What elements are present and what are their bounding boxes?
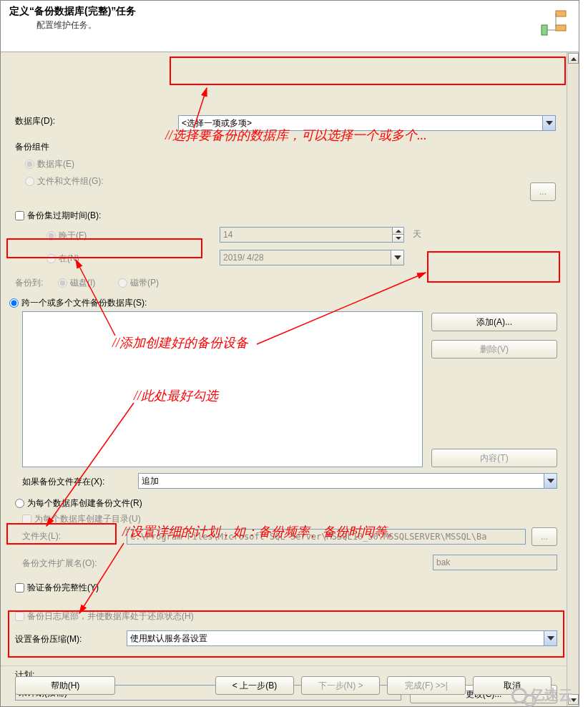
- tail-label: 备份日志尾部，并使数据库处于还原状态(H): [27, 611, 194, 621]
- watermark: 亿速云: [511, 686, 573, 705]
- add-button[interactable]: 添加(A)...: [431, 313, 557, 331]
- chevron-down-icon[interactable]: [544, 474, 557, 488]
- add-button-label: 添加(A)...: [476, 317, 512, 327]
- highlight-box-database: [170, 57, 566, 85]
- if-exists-label: 如果备份文件存在(X):: [22, 476, 104, 488]
- ext-value: bak: [436, 557, 450, 567]
- compress-value: 使用默认服务器设置: [130, 633, 207, 643]
- across-files-label: 跨一个或多个文件备份数据库(S):: [21, 298, 147, 308]
- ext-label: 备份文件扩展名(O):: [22, 557, 97, 570]
- expire-label: 备份集过期时间(B):: [27, 210, 101, 220]
- per-db-radio[interactable]: [15, 499, 24, 508]
- watermark-icon: [511, 688, 527, 703]
- tail-checkbox: [15, 612, 24, 621]
- watermark-text: 亿速云: [530, 686, 573, 705]
- database-radio: [25, 160, 34, 169]
- verify-label: 验证备份完整性(Y): [27, 582, 99, 593]
- spinner-up-icon: [392, 228, 403, 235]
- back-button[interactable]: < 上一步(B): [215, 676, 294, 695]
- expire-date-picker: 2019/ 4/28: [220, 250, 404, 265]
- backup-files-listbox[interactable]: [22, 311, 423, 467]
- next-button: 下一步(N) >: [301, 676, 380, 695]
- spinner-down-icon: [392, 235, 403, 242]
- chevron-down-icon: [391, 250, 403, 265]
- chevron-down-icon[interactable]: [542, 116, 555, 130]
- per-db-label: 为每个数据库创建备份文件(R): [27, 498, 142, 508]
- files-radio: [25, 177, 34, 186]
- next-label: 下一步(N) >: [318, 681, 363, 691]
- svg-rect-2: [556, 25, 566, 31]
- remove-button-label: 删除(V): [480, 344, 509, 354]
- files-radio-label: 文件和文件组(G):: [37, 176, 104, 186]
- folder-label: 文件夹(L):: [22, 530, 61, 542]
- database-combo-value: <选择一项或多项>: [182, 118, 252, 128]
- subdir-label: 为每个数据库创建子目录(U): [34, 514, 141, 524]
- help-label: 帮助(H): [51, 681, 80, 691]
- chevron-down-icon[interactable]: [544, 631, 557, 645]
- after-radio: [46, 231, 56, 240]
- backup-to-label: 备份到:: [15, 277, 43, 289]
- back-label: < 上一步(B): [232, 681, 277, 691]
- database-label: 数据库(D):: [15, 115, 55, 127]
- folder-browse-label: ...: [541, 532, 548, 542]
- if-exists-value: 追加: [142, 476, 159, 486]
- tape-radio-label: 磁带(P): [130, 278, 159, 288]
- database-combo[interactable]: <选择一项或多项>: [178, 115, 556, 131]
- expire-checkbox[interactable]: [15, 211, 24, 220]
- at-radio: [46, 254, 56, 263]
- days-spinner: 14: [220, 227, 404, 243]
- at-label: 在(N): [59, 253, 79, 263]
- dialog-header: 定义“备份数据库(完整)”任务 配置维护任务。: [1, 1, 579, 52]
- help-button[interactable]: 帮助(H): [15, 676, 115, 695]
- dialog-window: 定义“备份数据库(完整)”任务 配置维护任务。 数据库(D): <选择一项或多项…: [0, 0, 579, 707]
- content-button: 内容(T): [431, 449, 557, 467]
- compress-label: 设置备份压缩(M):: [15, 633, 82, 645]
- content-button-label: 内容(T): [480, 453, 508, 463]
- filegroup-browse-button: ...: [530, 182, 556, 201]
- content-area: 数据库(D): <选择一项或多项> 备份组件 数据库(E) 文件和文件组(G):…: [1, 52, 579, 61]
- compress-combo[interactable]: 使用默认服务器设置: [127, 630, 557, 646]
- tape-radio: [118, 278, 127, 288]
- database-radio-label: 数据库(E): [37, 159, 74, 169]
- svg-line-7: [79, 543, 124, 613]
- wizard-icon: [536, 5, 572, 41]
- svg-rect-1: [556, 11, 566, 16]
- annotation-arrow: [45, 542, 131, 620]
- days-unit-label: 天: [413, 228, 421, 240]
- highlight-box-add: [427, 251, 560, 283]
- svg-rect-0: [542, 25, 547, 35]
- highlight-box-across: [6, 238, 202, 258]
- disk-radio: [58, 278, 67, 288]
- folder-browse-button: ...: [531, 527, 557, 546]
- disk-radio-label: 磁盘(I): [70, 278, 95, 288]
- finish-button: 完成(F) >>|: [387, 676, 466, 695]
- expire-date-value: 2019/ 4/28: [223, 253, 264, 263]
- vertical-scrollbar[interactable]: [567, 52, 579, 706]
- dialog-subtitle: 配置维护任务。: [36, 19, 570, 31]
- finish-label: 完成(F) >>|: [405, 681, 448, 691]
- backup-component-label: 备份组件: [15, 141, 49, 153]
- remove-button: 删除(V): [431, 340, 557, 359]
- across-files-radio[interactable]: [9, 298, 19, 308]
- ext-textbox: bak: [433, 555, 557, 570]
- footer-button-bar: 帮助(H) < 上一步(B) 下一步(N) > 完成(F) >>| 取消: [1, 665, 566, 706]
- verify-checkbox[interactable]: [15, 583, 24, 593]
- dialog-title: 定义“备份数据库(完整)”任务: [9, 5, 570, 18]
- spinner-buttons: [392, 228, 403, 242]
- after-label: 晚于(F): [59, 230, 87, 240]
- days-value: 14: [223, 230, 232, 240]
- if-exists-combo[interactable]: 追加: [138, 473, 557, 489]
- folder-value: C:\Program Files\Microsoft SQL Server\MS…: [130, 532, 487, 542]
- subdir-checkbox: [22, 515, 31, 524]
- folder-textbox: C:\Program Files\Microsoft SQL Server\MS…: [127, 529, 526, 545]
